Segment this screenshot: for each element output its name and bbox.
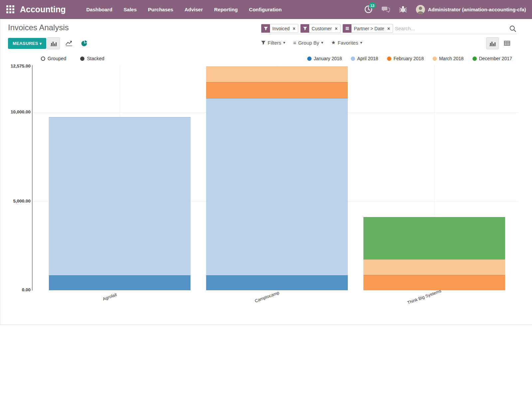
group-by-lines-icon: ≡ <box>293 40 296 46</box>
caret-down-icon: ▾ <box>40 41 42 46</box>
facet-remove-icon[interactable]: × <box>292 24 298 33</box>
chart-type-group <box>47 37 90 49</box>
y-axis-tick-label: 0.00 <box>1 287 31 292</box>
bar-camptocamp-march-2018[interactable] <box>206 66 348 82</box>
graph-view-button[interactable] <box>486 37 499 49</box>
legend-february-2018[interactable]: February 2018 <box>387 56 424 61</box>
activities-clock-icon[interactable]: 13 <box>364 5 373 14</box>
group-by-dropdown[interactable]: ≡ Group By ▾ <box>293 40 323 46</box>
menu-purchases[interactable]: Purchases <box>148 7 173 12</box>
legend-january-2018[interactable]: January 2018 <box>307 56 342 61</box>
group-by-lines-icon <box>343 24 351 33</box>
menu-dashboard[interactable]: Dashboard <box>86 7 112 12</box>
legend-april-2018[interactable]: April 2018 <box>351 56 378 61</box>
avatar <box>416 5 425 14</box>
measures-label: MEASURES <box>13 41 38 46</box>
favorites-dropdown[interactable]: ★ Favorites ▾ <box>331 40 362 46</box>
bar-camptocamp-april-2018[interactable] <box>206 98 348 275</box>
bar-think-big-systems-march-2018[interactable] <box>363 259 505 275</box>
legend-march-2018[interactable]: March 2018 <box>433 56 464 61</box>
screen: Accounting DashboardSalesPurchasesAdvise… <box>0 0 532 399</box>
bar-chart-type-button[interactable] <box>47 37 60 49</box>
navbar-left: Accounting DashboardSalesPurchasesAdvise… <box>6 5 282 14</box>
legend-dot-icon <box>351 57 355 61</box>
filter-funnel-icon <box>301 24 309 33</box>
legend-label: March 2018 <box>439 56 464 61</box>
content-bottom-edge <box>0 325 532 325</box>
legend-label: December 2017 <box>479 56 512 61</box>
filters-dropdown[interactable]: Filters ▾ <box>261 40 285 46</box>
main-menu: DashboardSalesPurchasesAdviserReportingC… <box>86 7 282 12</box>
group-by-label: Group By <box>298 40 319 46</box>
search-icon[interactable] <box>509 25 516 32</box>
y-axis-tick-label: 12,575.00 <box>1 64 31 68</box>
chart-mode-options: GroupedStacked <box>41 56 104 61</box>
mode-grouped[interactable]: Grouped <box>41 56 66 61</box>
bar-camptocamp-february-2018[interactable] <box>206 82 348 98</box>
mode-stacked[interactable]: Stacked <box>80 56 104 61</box>
facet-label: Partner > Date <box>351 24 386 33</box>
y-axis-tick-label: 10,000.00 <box>1 109 31 114</box>
chart-legend: January 2018April 2018February 2018March… <box>307 56 512 61</box>
menu-reporting[interactable]: Reporting <box>214 7 238 12</box>
facet-label: Customer <box>309 24 334 33</box>
app-name[interactable]: Accounting <box>20 5 66 14</box>
control-panel: Invoices Analysis Invoiced×Customer×Part… <box>0 19 532 36</box>
bar-agrolait-january-2018[interactable] <box>49 275 191 290</box>
filter-group: Filters ▾ ≡ Group By ▾ ★ Favorites ▾ <box>261 40 362 46</box>
user-name: Administrator (animation-accounting-cfa) <box>428 7 526 12</box>
filter-funnel-icon <box>261 24 270 33</box>
legend-dot-icon <box>433 57 437 61</box>
content-left-edge <box>0 19 0 325</box>
menu-adviser[interactable]: Adviser <box>185 7 203 12</box>
favorites-label: Favorites <box>338 40 358 46</box>
x-axis-label: Camptocamp <box>254 290 280 304</box>
legend-december-2017[interactable]: December 2017 <box>472 56 512 61</box>
toolbar: MEASURES ▾ <box>0 36 532 52</box>
search-bar[interactable]: Invoiced×Customer×Partner > Date× <box>261 23 517 34</box>
messages-icon[interactable] <box>381 5 390 14</box>
line-chart-type-button[interactable] <box>63 37 75 49</box>
facet-partner-date[interactable]: Partner > Date× <box>342 24 393 33</box>
search-facets: Invoiced×Customer×Partner > Date× <box>261 24 393 33</box>
top-navbar: Accounting DashboardSalesPurchasesAdvise… <box>0 0 532 19</box>
page-title: Invoices Analysis <box>8 23 69 32</box>
bar-agrolait-april-2018[interactable] <box>49 117 191 275</box>
apps-menu-icon[interactable] <box>6 5 15 14</box>
radio-icon <box>80 57 84 61</box>
caret-down-icon: ▾ <box>283 40 285 45</box>
legend-dot-icon <box>472 57 477 61</box>
bar-camptocamp-january-2018[interactable] <box>206 275 348 290</box>
facet-remove-icon[interactable]: × <box>334 24 340 33</box>
search-input[interactable] <box>395 26 507 31</box>
debug-bug-icon[interactable] <box>399 5 407 14</box>
y-axis-tick-label: 5,000.00 <box>1 199 31 203</box>
caret-down-icon: ▾ <box>360 40 362 45</box>
x-axis-label: Think Big Systems <box>407 288 442 305</box>
measures-button[interactable]: MEASURES ▾ <box>8 38 46 49</box>
activity-count-badge: 13 <box>369 3 376 8</box>
user-menu[interactable]: Administrator (animation-accounting-cfa) <box>416 5 526 14</box>
view-switcher <box>486 37 513 49</box>
legend-label: January 2018 <box>314 56 342 61</box>
mode-label: Grouped <box>48 56 66 61</box>
mode-label: Stacked <box>87 56 104 61</box>
legend-label: April 2018 <box>357 56 378 61</box>
legend-dot-icon <box>387 57 391 61</box>
filters-label: Filters <box>268 40 281 46</box>
facet-remove-icon[interactable]: × <box>387 24 393 33</box>
bar-think-big-systems-december-2017[interactable] <box>363 217 505 259</box>
facet-customer[interactable]: Customer× <box>300 24 340 33</box>
menu-sales[interactable]: Sales <box>124 7 137 12</box>
navbar-right: 13 <box>364 5 526 14</box>
caret-down-icon: ▾ <box>321 40 323 45</box>
legend-dot-icon <box>307 57 312 61</box>
bar-think-big-systems-february-2018[interactable] <box>363 275 505 290</box>
pie-chart-type-button[interactable] <box>78 37 90 49</box>
y-axis-line <box>32 65 33 291</box>
pivot-view-button[interactable] <box>501 37 513 49</box>
facet-label: Invoiced <box>270 24 292 33</box>
facet-invoiced[interactable]: Invoiced× <box>261 24 298 33</box>
menu-configuration[interactable]: Configuration <box>249 7 282 12</box>
radio-icon <box>41 57 45 61</box>
